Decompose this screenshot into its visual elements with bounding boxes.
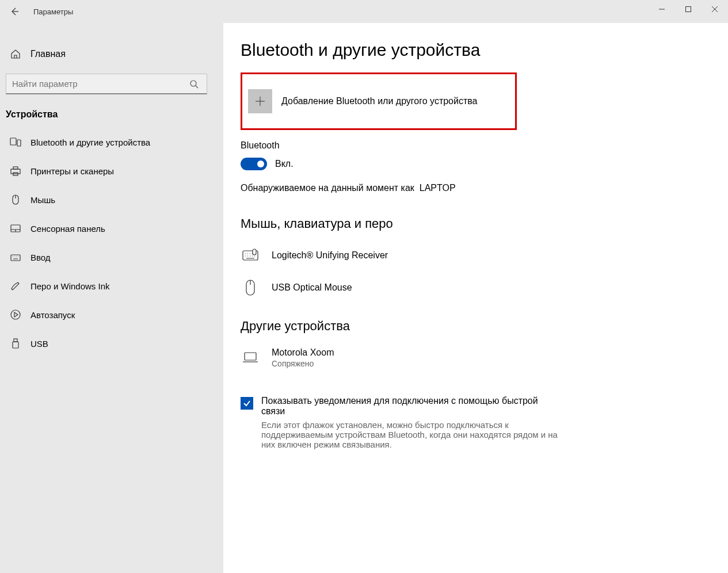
sidebar-item-label: Сенсорная панель: [31, 224, 105, 234]
svg-rect-5: [13, 167, 18, 169]
usb-icon: [10, 338, 21, 349]
device-status: Сопряжено: [272, 359, 334, 368]
keyboard-device-icon: [241, 249, 260, 262]
arrow-left-icon: [9, 6, 20, 17]
back-button[interactable]: [0, 0, 29, 23]
devices-icon: [10, 136, 21, 148]
sidebar-item-bluetooth[interactable]: Bluetooth и другие устройства: [0, 128, 223, 156]
sidebar-home-label: Главная: [31, 49, 66, 59]
laptop-device-icon: [241, 351, 260, 365]
autoplay-icon: [10, 309, 21, 320]
device-row[interactable]: Logitech® Unifying Receiver: [241, 239, 716, 272]
window-controls: [649, 0, 728, 18]
page-title: Bluetooth и другие устройства: [241, 40, 716, 60]
minimize-button[interactable]: [649, 0, 675, 18]
touchpad-icon: [10, 223, 21, 234]
search-box[interactable]: [6, 74, 207, 94]
pen-icon: [10, 280, 21, 292]
svg-rect-0: [686, 7, 691, 12]
svg-rect-16: [245, 353, 256, 360]
sidebar-item-autoplay[interactable]: Автозапуск: [0, 300, 223, 329]
svg-point-10: [11, 310, 20, 319]
svg-rect-3: [17, 140, 21, 146]
checkbox-description: Если этот флажок установлен, можно быстр…: [261, 420, 572, 449]
device-name: Motorola Xoom: [272, 347, 334, 358]
sidebar-item-label: Перо и Windows Ink: [31, 281, 110, 291]
titlebar: Параметры: [0, 0, 728, 23]
svg-rect-2: [10, 138, 16, 145]
window-title: Параметры: [33, 7, 73, 16]
mouse-device-icon: [241, 278, 260, 297]
sidebar-item-usb[interactable]: USB: [0, 329, 223, 358]
sidebar-item-typing[interactable]: Ввод: [0, 243, 223, 272]
sidebar-category-header: Устройства: [0, 100, 223, 128]
home-icon: [10, 49, 21, 59]
checkmark-icon: [242, 399, 251, 408]
add-device-label: Добавление Bluetooth или другого устройс…: [281, 96, 478, 106]
maximize-button[interactable]: [675, 0, 702, 18]
toggle-knob: [257, 161, 264, 167]
sidebar-item-label: Автозапуск: [31, 310, 75, 320]
bluetooth-toggle[interactable]: [241, 158, 267, 170]
sidebar-item-label: USB: [31, 339, 48, 349]
sidebar-item-label: Мышь: [31, 195, 55, 205]
sidebar-home[interactable]: Главная: [0, 40, 223, 68]
device-row[interactable]: USB Optical Mouse: [241, 272, 716, 304]
section-mouse-keyboard: Мышь, клавиатура и перо: [241, 216, 716, 231]
mouse-icon: [10, 194, 21, 205]
discoverable-name: LAPTOP: [420, 183, 456, 193]
svg-rect-12: [13, 342, 18, 348]
keyboard-icon: [10, 251, 21, 263]
discoverable-text: Обнаруживаемое на данный момент как LAPT…: [241, 183, 716, 193]
search-icon: [189, 79, 201, 89]
svg-point-1: [190, 81, 196, 86]
search-input[interactable]: [12, 79, 189, 89]
sidebar-item-label: Bluetooth и другие устройства: [31, 137, 150, 147]
sidebar-item-mouse[interactable]: Мышь: [0, 185, 223, 214]
device-row[interactable]: Motorola Xoom Сопряжено: [241, 342, 716, 374]
sidebar-item-touchpad[interactable]: Сенсорная панель: [0, 214, 223, 243]
checkbox-label: Показывать уведомления для подключения с…: [261, 396, 561, 417]
plus-icon: [248, 89, 272, 113]
quick-connect-checkbox[interactable]: [241, 397, 253, 410]
sidebar-item-pen[interactable]: Перо и Windows Ink: [0, 272, 223, 300]
device-name: USB Optical Mouse: [272, 282, 352, 293]
sidebar-item-label: Принтеры и сканеры: [31, 166, 114, 176]
sidebar-item-printers[interactable]: Принтеры и сканеры: [0, 156, 223, 185]
svg-rect-9: [11, 255, 20, 261]
bluetooth-label: Bluetooth: [241, 140, 716, 151]
sidebar-item-label: Ввод: [31, 253, 51, 262]
svg-rect-11: [14, 339, 17, 342]
add-device-button[interactable]: Добавление Bluetooth или другого устройс…: [241, 72, 517, 130]
svg-rect-14: [253, 249, 256, 255]
sidebar: Главная Устройства Bluetooth и другие ус…: [0, 23, 223, 573]
close-button[interactable]: [702, 0, 728, 18]
svg-rect-4: [11, 169, 20, 174]
printer-icon: [10, 165, 21, 177]
main-content: Bluetooth и другие устройства Добавление…: [223, 23, 728, 573]
device-name: Logitech® Unifying Receiver: [272, 250, 388, 261]
section-other-devices: Другие устройства: [241, 319, 716, 334]
toggle-state-label: Вкл.: [275, 159, 294, 169]
